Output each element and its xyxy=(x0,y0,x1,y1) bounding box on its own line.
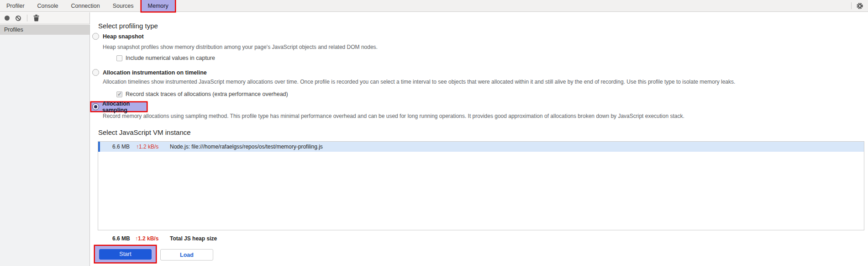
vm-instance-name: Node.js: file:///home/rafaelgss/repos/os… xyxy=(170,144,323,150)
load-button[interactable]: Load xyxy=(160,249,213,261)
toolbar-separator xyxy=(27,15,27,21)
radio-heap-snapshot[interactable]: Heap snapshot xyxy=(92,33,144,40)
checkbox-icon[interactable] xyxy=(116,55,122,61)
vm-instance-list[interactable]: 6.6 MB ↑1.2 kB/s Node.js: file:///home/r… xyxy=(98,141,864,230)
radio-allocation-sampling[interactable]: Allocation sampling xyxy=(91,102,147,111)
tabbar-separator xyxy=(851,2,852,9)
tab-sources[interactable]: Sources xyxy=(106,0,140,11)
heap-snapshot-description: Heap snapshot profiles show memory distr… xyxy=(103,44,378,50)
checkbox-label[interactable]: Record stack traces of allocations (extr… xyxy=(126,91,288,97)
tabbar-right-controls xyxy=(847,0,868,11)
checkbox-icon[interactable] xyxy=(116,91,122,97)
total-heap-row: 6.6 MB ↑1.2 kB/s Total JS heap size xyxy=(112,235,217,242)
memory-panel-main: Select profiling type Heap snapshot Heap… xyxy=(90,12,868,266)
vm-heap-size: 6.6 MB xyxy=(112,144,132,150)
allocation-timeline-description: Allocation timelines show instrumented J… xyxy=(103,79,735,85)
profiler-toolbar xyxy=(0,12,90,24)
total-heap-label: Total JS heap size xyxy=(170,235,217,242)
tab-connection[interactable]: Connection xyxy=(64,0,106,11)
checkbox-record-stack-traces[interactable]: Record stack traces of allocations (extr… xyxy=(116,91,288,97)
total-heap-size: 6.6 MB xyxy=(112,235,135,242)
start-button-annotation: Start xyxy=(95,246,156,262)
radio-allocation-timeline[interactable]: Allocation instrumentation on timeline xyxy=(92,69,207,76)
profiling-type-heading: Select profiling type xyxy=(98,22,158,30)
tab-console[interactable]: Console xyxy=(31,0,65,11)
record-icon[interactable] xyxy=(5,16,10,21)
radio-icon[interactable] xyxy=(92,69,99,76)
tab-memory[interactable]: Memory xyxy=(142,0,175,11)
panel-tabbar: Profiler Console Connection Sources Memo… xyxy=(0,0,868,12)
radio-label[interactable]: Heap snapshot xyxy=(103,33,144,40)
profiles-sidebar: Profiles xyxy=(0,25,90,266)
radio-icon[interactable] xyxy=(92,103,99,110)
sidebar-item-profiles[interactable]: Profiles xyxy=(0,25,89,35)
radio-label[interactable]: Allocation instrumentation on timeline xyxy=(103,69,207,76)
devtools-memory-panel: Profiler Console Connection Sources Memo… xyxy=(0,0,868,266)
allocation-sampling-description: Record memory allocations using sampling… xyxy=(103,113,684,119)
total-heap-rate: ↑1.2 kB/s xyxy=(135,235,164,242)
checkbox-label[interactable]: Include numerical values in capture xyxy=(126,55,215,61)
vm-instance-heading: Select JavaScript VM instance xyxy=(98,128,191,136)
checkbox-include-numerical-values[interactable]: Include numerical values in capture xyxy=(116,55,215,61)
radio-label[interactable]: Allocation sampling xyxy=(102,101,147,113)
vm-instance-row[interactable]: 6.6 MB ↑1.2 kB/s Node.js: file:///home/r… xyxy=(98,142,864,152)
gear-icon[interactable] xyxy=(856,2,863,10)
trash-icon[interactable] xyxy=(33,15,39,21)
tab-profiler[interactable]: Profiler xyxy=(0,0,31,11)
radio-icon[interactable] xyxy=(92,33,99,40)
block-icon[interactable] xyxy=(16,16,21,21)
vm-heap-rate: ↑1.2 kB/s xyxy=(136,144,164,150)
start-button[interactable]: Start xyxy=(99,249,152,260)
